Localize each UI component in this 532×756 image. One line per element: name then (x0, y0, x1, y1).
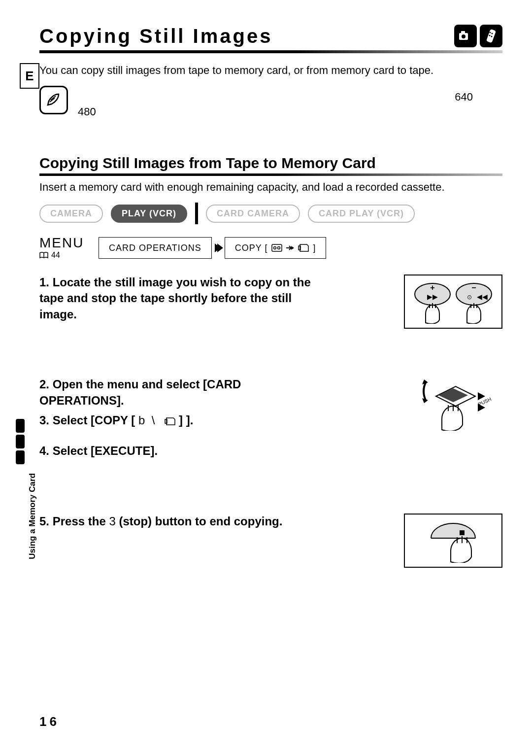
section-text: Insert a memory card with enough remaini… (39, 181, 502, 194)
book-icon (39, 252, 48, 259)
svg-text:⊙: ⊙ (467, 294, 472, 301)
step-3-prefix: 3. Select [COPY [ (39, 413, 135, 427)
menu-ref: 44 (39, 251, 94, 260)
menu-box2-prefix: COPY [ (235, 243, 268, 253)
svg-text:+: + (430, 283, 434, 292)
svg-text:◀◀: ◀◀ (477, 293, 488, 301)
step-1-group: 1. Locate the still image you wish to co… (39, 275, 502, 322)
menu-row: MENU 44 CARD OPERATIONS COPY [ ] (39, 236, 502, 260)
section-heading: Copying Still Images from Tape to Memory… (39, 155, 502, 172)
step-5: 5. Press the 3 (stop) button to end copy… (39, 514, 315, 529)
svg-rect-22 (165, 419, 167, 423)
svg-point-5 (492, 33, 493, 34)
step-5-illustration (404, 514, 502, 568)
note-row: 480 640 (39, 86, 502, 125)
mode-play-vcr: PLAY (VCR) (111, 205, 187, 223)
svg-text:−: − (471, 283, 476, 292)
side-tab-blocks (16, 419, 25, 464)
step-1-illustration: + ▶▶ − ⊙ ◀◀ (404, 275, 502, 329)
svg-rect-1 (461, 31, 465, 34)
svg-point-6 (489, 35, 491, 36)
menu-box-copy: COPY [ ] (225, 237, 327, 259)
card-icon (298, 244, 309, 252)
step-2: 2. Open the menu and select [CARD OPERAT… (39, 377, 315, 409)
arrow-right-icon (286, 245, 294, 251)
step-5-prefix: 5. Press the (39, 515, 109, 528)
svg-rect-25 (460, 530, 465, 535)
intro-text: You can copy still images from tape to m… (39, 64, 502, 77)
step-5-group: 5. Press the 3 (stop) button to end copy… (39, 514, 502, 529)
step-5-stop-symbol: 3 (109, 515, 115, 528)
svg-rect-14 (299, 246, 300, 250)
note-value-right: 640 (455, 91, 473, 103)
step-5-suffix: (stop) button to end copying. (116, 515, 283, 528)
note-value-left: 480 (78, 105, 96, 118)
camcorder-icon (454, 25, 477, 47)
tape-icon (271, 244, 282, 252)
step-3-suffix: ] ]. (179, 413, 193, 427)
page-title: Copying Still Images (39, 25, 272, 47)
step-4: 4. Select [EXECUTE]. (39, 443, 315, 459)
language-tab: E (20, 63, 39, 89)
side-tab-label: Using a Memory Card (28, 473, 37, 559)
page-number: 16 (39, 714, 60, 729)
svg-point-12 (274, 247, 276, 249)
mode-divider (195, 203, 198, 224)
step-1: 1. Locate the still image you wish to co… (39, 275, 315, 322)
mode-row: CAMERA PLAY (VCR) CARD CAMERA CARD PLAY … (39, 203, 502, 224)
chevron-right-icon (213, 242, 224, 253)
menu-label-col: MENU 44 (39, 236, 94, 260)
menu-ref-number: 44 (51, 251, 60, 260)
section-rule (39, 173, 502, 176)
page-content: E Copying Still Images You can copy stil… (39, 25, 502, 731)
mode-card-camera: CARD CAMERA (206, 205, 300, 223)
menu-box1-label: CARD OPERATIONS (109, 243, 201, 253)
menu-box2-close: ] (313, 243, 316, 253)
svg-point-4 (490, 32, 491, 34)
step-3: 3. Select [COPY [ b \ ] ]. (39, 412, 315, 428)
mode-card-play-vcr: CARD PLAY (VCR) (308, 205, 415, 223)
step-234-illustration: PUSH (404, 377, 502, 431)
remote-icon (480, 25, 502, 47)
svg-text:▶▶: ▶▶ (427, 293, 438, 301)
mode-camera: CAMERA (39, 205, 103, 223)
svg-point-7 (491, 36, 493, 37)
title-icons (454, 25, 502, 47)
svg-point-2 (462, 34, 466, 38)
menu-label: MENU (39, 236, 94, 250)
title-rule (39, 50, 502, 53)
title-row: Copying Still Images (39, 25, 502, 47)
card-icon (165, 417, 175, 425)
svg-point-13 (278, 247, 280, 249)
note-icon (39, 86, 68, 114)
menu-box-card-operations: CARD OPERATIONS (99, 237, 212, 259)
step-234-group: 2. Open the menu and select [CARD OPERAT… (39, 377, 502, 459)
